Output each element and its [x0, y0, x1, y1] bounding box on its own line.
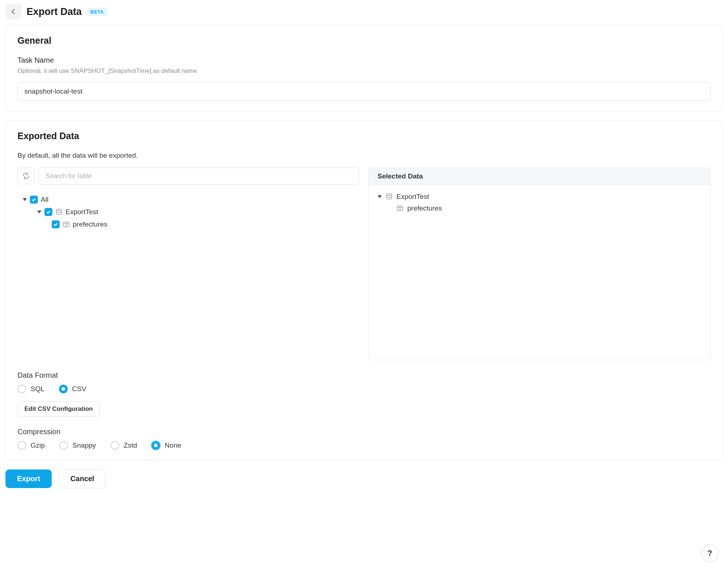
page-title: Export Data [27, 6, 82, 17]
radio-circle-icon [17, 441, 26, 450]
radio-snappy-label: Snappy [72, 441, 96, 449]
compression-label: Compression [17, 428, 711, 436]
tree-all-label: All [41, 196, 48, 204]
radio-circle-icon [59, 441, 68, 450]
tree-db-label: ExportTest [66, 208, 98, 216]
radio-zstd[interactable]: Zstd [111, 441, 137, 450]
table-icon [396, 205, 404, 212]
exported-data-card: Exported Data By default, all the data w… [5, 120, 723, 460]
task-name-label: Task Name [17, 56, 711, 64]
general-card: General Task Name Optional, it will use … [5, 25, 723, 111]
table-selector-pane: All ExportTest [17, 168, 359, 360]
radio-circle-checked-icon [151, 441, 160, 450]
database-icon [385, 193, 393, 200]
radio-circle-checked-icon [59, 385, 68, 393]
selected-data-pane: Selected Data ExportTest prefectures [368, 168, 711, 360]
svg-point-0 [56, 209, 61, 211]
cancel-button[interactable]: Cancel [59, 469, 106, 488]
general-title: General [17, 35, 711, 46]
caret-down-icon[interactable] [37, 211, 41, 213]
task-name-input[interactable] [17, 82, 711, 101]
chevron-left-icon [11, 9, 16, 15]
checkbox-db[interactable] [44, 208, 52, 216]
tree-row-db[interactable]: ExportTest [17, 206, 359, 218]
selected-table-label: prefectures [407, 204, 442, 212]
selected-data-header: Selected Data [369, 168, 710, 185]
compression-group: Gzip Snappy Zstd None [17, 441, 711, 450]
radio-csv-label: CSV [72, 385, 86, 393]
radio-none-label: None [165, 441, 181, 449]
refresh-icon [22, 172, 29, 180]
exported-data-description: By default, all the data will be exporte… [17, 152, 711, 160]
page-header: Export Data BETA [5, 0, 723, 25]
footer-actions: Export Cancel [5, 469, 723, 488]
radio-sql[interactable]: SQL [17, 385, 44, 393]
tree-row-all[interactable]: All [17, 193, 359, 206]
radio-none[interactable]: None [151, 441, 181, 450]
selected-db-row[interactable]: ExportTest [377, 191, 701, 203]
search-input[interactable] [39, 168, 359, 185]
radio-zstd-label: Zstd [124, 441, 137, 449]
svg-point-2 [387, 194, 391, 196]
table-tree: All ExportTest [17, 190, 359, 303]
radio-gzip[interactable]: Gzip [17, 441, 45, 450]
table-icon [63, 221, 70, 228]
selected-db-label: ExportTest [396, 193, 429, 201]
edit-csv-button[interactable]: Edit CSV Configuration [17, 401, 100, 417]
data-format-label: Data Format [17, 371, 711, 380]
radio-snappy[interactable]: Snappy [59, 441, 96, 450]
caret-down-icon[interactable] [23, 198, 27, 201]
database-icon [55, 208, 63, 216]
tree-row-table[interactable]: prefectures [17, 218, 359, 231]
tree-table-label: prefectures [73, 220, 107, 228]
data-format-group: SQL CSV [17, 385, 711, 393]
caret-down-icon[interactable] [377, 195, 382, 198]
refresh-button[interactable] [17, 168, 34, 184]
selected-table-row[interactable]: prefectures [377, 203, 701, 214]
radio-sql-label: SQL [31, 385, 44, 393]
checkbox-table[interactable] [52, 220, 60, 228]
beta-badge: BETA [87, 8, 107, 16]
radio-gzip-label: Gzip [31, 441, 45, 449]
radio-circle-icon [17, 385, 26, 393]
task-name-helper: Optional, it will use SNAPSHOT_[Snapshot… [17, 67, 711, 75]
radio-circle-icon [111, 441, 119, 450]
radio-csv[interactable]: CSV [59, 385, 86, 393]
checkbox-all[interactable] [30, 196, 38, 204]
export-button[interactable]: Export [5, 469, 52, 488]
back-button[interactable] [5, 4, 21, 20]
exported-data-title: Exported Data [17, 131, 711, 141]
